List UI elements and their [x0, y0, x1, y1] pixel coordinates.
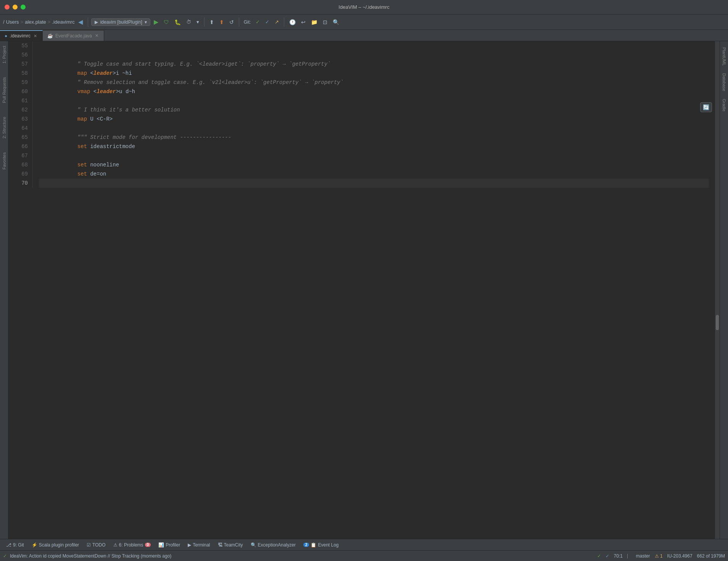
- run-dropdown[interactable]: ▾: [195, 18, 201, 26]
- refresh-button[interactable]: 🔄: [700, 102, 712, 112]
- title-bar: IdeaVIM – ~/.ideavimrc: [0, 0, 728, 15]
- run-config-dropdown[interactable]: ▾: [145, 19, 147, 25]
- status-ide-version: IU-203.4967: [667, 553, 693, 559]
- code-line-70: [39, 179, 709, 188]
- sidebar-item-pull-requests[interactable]: Pull Requests: [0, 74, 8, 106]
- status-check-icon: ✓: [3, 553, 7, 559]
- memory-indicator[interactable]: 662 of 1979M: [697, 553, 725, 559]
- tool-profiler[interactable]: 📊 Profiler: [155, 542, 183, 548]
- vcs-push[interactable]: ⬆: [217, 18, 226, 26]
- right-panel-gradle[interactable]: Gradle: [720, 96, 728, 114]
- main-toolbar: / Users > alex.plate > .ideavimrc ◀ ▶ id…: [0, 15, 728, 30]
- code-line-61: " I think it's a better solution: [39, 96, 709, 105]
- line-separator-icon: ⎸: [627, 553, 631, 559]
- tool-git[interactable]: ⎇ 9: Git: [3, 542, 27, 548]
- minimize-button[interactable]: [13, 5, 18, 10]
- teamcity-icon: 🏗: [218, 542, 222, 548]
- git-icon: ⎇: [6, 542, 11, 548]
- close-button[interactable]: [5, 5, 10, 10]
- tool-problems-label: 6: Problems: [119, 542, 143, 548]
- tool-scala-profiler[interactable]: ⚡ Scala plugin profiler: [29, 542, 82, 548]
- code-line-67: set nooneline: [39, 151, 709, 160]
- breadcrumb-slash: /: [3, 19, 5, 25]
- tool-scala-label: Scala plugin profiler: [39, 542, 79, 548]
- git-check2[interactable]: ✓: [263, 18, 271, 26]
- toolbar-sep2: [204, 18, 205, 27]
- status-right: ✓ ✓ 70:1 ⎸ master ⚠ 1 IU-203.4967 662 of…: [597, 553, 725, 559]
- tab-label-eventfacade: EventFacade.java: [55, 33, 92, 39]
- breadcrumb-sep1: >: [21, 19, 24, 25]
- code-line-66: [39, 142, 709, 151]
- profiler-icon: 📊: [158, 542, 164, 548]
- status-position[interactable]: 70:1: [614, 553, 623, 559]
- status-check-green[interactable]: ✓: [597, 553, 601, 559]
- code-line-60: [39, 87, 709, 96]
- tab-close-eventfacade[interactable]: ✕: [94, 33, 99, 39]
- code-line-55: [39, 41, 709, 50]
- code-line-58: " Remove selection and toggle case. E.g.…: [39, 69, 709, 78]
- layout-button[interactable]: ⊡: [321, 18, 329, 26]
- scrollbar-thumb[interactable]: [716, 315, 719, 330]
- tool-terminal-label: Terminal: [193, 542, 210, 548]
- breadcrumb-filename[interactable]: .ideavimrc: [52, 19, 74, 25]
- eventlog-badge: 2: [303, 543, 309, 547]
- code-lines[interactable]: " Toggle case and start typing. E.g. `<l…: [33, 41, 715, 188]
- history-button[interactable]: 🕐: [287, 18, 298, 26]
- tab-ideavimrc[interactable]: ● .ideavimrc ✕: [0, 30, 43, 41]
- debug-button[interactable]: 🐛: [172, 18, 183, 26]
- code-line-63: [39, 114, 709, 124]
- run-button[interactable]: ▶: [152, 17, 160, 27]
- code-line-56: " Toggle case and start typing. E.g. `<l…: [39, 50, 709, 60]
- search-button[interactable]: 🔍: [331, 18, 341, 26]
- back-button[interactable]: ◀: [76, 17, 85, 27]
- undo-button[interactable]: ↩: [299, 18, 308, 26]
- tabs-bar: ● .ideavimrc ✕ ☕ EventFacade.java ✕: [0, 30, 728, 41]
- code-line-69: [39, 169, 709, 179]
- tool-terminal[interactable]: ▶ Terminal: [185, 542, 213, 548]
- vcs-revert[interactable]: ↺: [227, 18, 236, 26]
- window-title: IdeaVIM – ~/.ideavimrc: [338, 4, 389, 10]
- tool-todo-label: TODO: [92, 542, 105, 548]
- tab-eventfacade[interactable]: ☕ EventFacade.java ✕: [43, 30, 104, 41]
- code-line-64: """ Strict mode for development --------…: [39, 124, 709, 133]
- tool-todo[interactable]: ☑ TODO: [84, 542, 108, 548]
- code-line-68: set de=on: [39, 160, 709, 169]
- profile-button[interactable]: ⏱: [184, 18, 193, 26]
- breadcrumb-users[interactable]: Users: [6, 19, 19, 25]
- run-with-coverage[interactable]: 🛡: [162, 18, 171, 26]
- right-panel-plantuml[interactable]: PlantUML: [720, 44, 728, 69]
- breadcrumb-username[interactable]: alex.plate: [25, 19, 46, 25]
- todo-icon: ☑: [87, 542, 91, 548]
- window-controls[interactable]: [5, 5, 26, 10]
- status-warning[interactable]: ⚠ 1: [655, 553, 663, 559]
- status-branch[interactable]: master: [636, 553, 650, 559]
- git-check1[interactable]: ✓: [254, 18, 262, 26]
- git-label: Git:: [244, 19, 251, 25]
- editor-scrollbar[interactable]: [715, 41, 720, 539]
- tool-problems[interactable]: ⚠ 6: Problems 0: [110, 542, 154, 548]
- git-arrow[interactable]: ↗: [273, 18, 281, 26]
- run-config[interactable]: ▶ ideavim [buildPlugin] ▾: [91, 18, 150, 26]
- toolbar-sep1: [88, 18, 88, 27]
- tool-event-log[interactable]: 2 📋 Event Log: [300, 542, 342, 548]
- vcs-update[interactable]: ⬆: [208, 18, 216, 26]
- sidebar-item-project[interactable]: 1: Project: [0, 43, 8, 66]
- maximize-button[interactable]: [21, 5, 26, 10]
- right-panel-database[interactable]: Database: [720, 70, 728, 94]
- status-check-blue[interactable]: ✓: [606, 553, 609, 559]
- tool-teamcity[interactable]: 🏗 TeamCity: [215, 542, 246, 548]
- editor-content: 55 56 57 58 59 60 61 62 63 64 65 66 67 6…: [8, 41, 715, 188]
- file-manager[interactable]: 📁: [309, 18, 319, 26]
- tool-exception-analyzer[interactable]: 🔍 ExceptionAnalyzer: [248, 542, 299, 548]
- sidebar-item-favorites[interactable]: Favorites: [0, 149, 8, 172]
- vim-icon: ●: [5, 33, 7, 39]
- line-numbers: 55 56 57 58 59 60 61 62 63 64 65 66 67 6…: [8, 41, 33, 188]
- terminal-icon: ▶: [188, 542, 191, 548]
- java-icon: ☕: [47, 33, 53, 39]
- sidebar-item-structure[interactable]: 2: Structure: [0, 114, 8, 142]
- scala-profiler-icon: ⚡: [32, 542, 37, 548]
- editor-area[interactable]: 55 56 57 58 59 60 61 62 63 64 65 66 67 6…: [8, 41, 720, 539]
- left-sidebar: 1: Project Pull Requests 2: Structure Fa…: [0, 41, 8, 539]
- tool-teamcity-label: TeamCity: [224, 542, 243, 548]
- tab-close-ideavimrc[interactable]: ✕: [33, 33, 38, 39]
